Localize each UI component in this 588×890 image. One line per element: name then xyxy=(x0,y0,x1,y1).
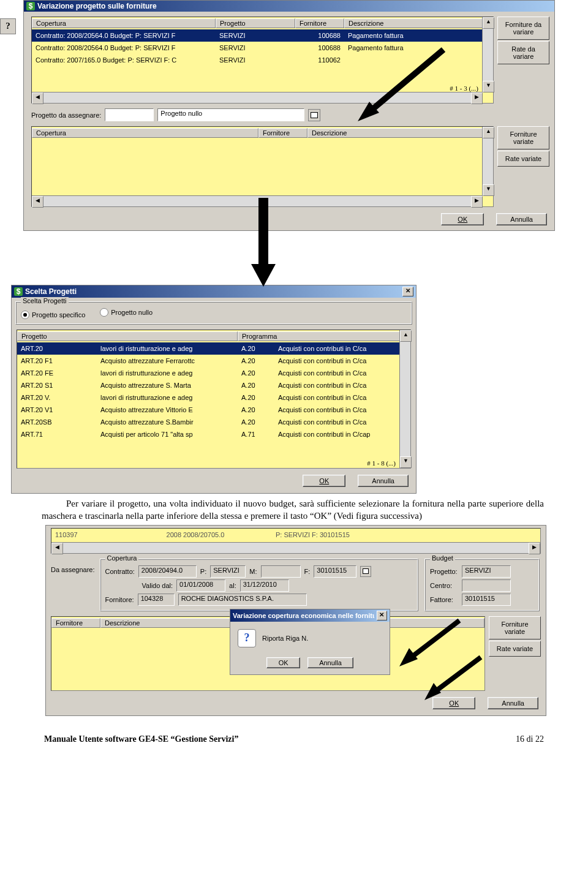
scelta-progetti-group: Scelta Progetti Progetto specifico Proge… xyxy=(15,301,412,325)
contratto-field: 2008/20494.0 xyxy=(138,565,197,578)
budget-fattore-field: 30101515 xyxy=(462,594,511,606)
ok-button[interactable]: OK xyxy=(432,697,475,709)
fornitore-name-field: ROCHE DIAGNOSTICS S.P.A. xyxy=(178,594,307,606)
dollar-icon: $ xyxy=(26,2,35,10)
ok-button[interactable]: OK xyxy=(303,475,345,487)
table-row[interactable]: ART.20 V1Acquisto attrezzature Vittorio … xyxy=(17,404,410,416)
window-title: Variazione copertura economica nelle for… xyxy=(233,612,374,619)
window-title: Scelta Progetti xyxy=(25,287,77,296)
budget-progetto-field: SERVIZI xyxy=(462,565,511,578)
dialog-variazione-copertura: 110397 2008 2008/20705.0 P: SERVIZI F: 3… xyxy=(45,525,546,716)
dialog-variazione-progetto: $ Variazione progetto sulle forniture Co… xyxy=(23,0,555,231)
titlebar: $ Variazione progetto sulle forniture xyxy=(24,1,554,12)
table-row[interactable]: ART.20 S1Acquisto attrezzature S. MartaA… xyxy=(17,379,410,391)
col-descrizione[interactable]: Descrizione xyxy=(344,18,493,28)
m-field xyxy=(261,565,301,578)
col-copertura[interactable]: Copertura xyxy=(32,18,216,28)
table-row[interactable]: ART.20 F1Acquisto attrezzature Ferrarott… xyxy=(17,355,410,367)
scrollbar-h[interactable]: ◀▶ xyxy=(32,92,483,103)
annulla-button[interactable]: Annulla xyxy=(358,475,409,487)
table-row[interactable]: ART.20lavori di ristrutturazione e adegA… xyxy=(17,342,410,355)
scrollbar-v[interactable]: ▲▼ xyxy=(482,17,493,92)
footer-title: Manuale Utente software GE4-SE “Gestione… xyxy=(44,734,238,744)
table-row[interactable]: ART.20 FElavori di ristrutturazione e ad… xyxy=(17,367,410,379)
arrow-down-annotation xyxy=(245,198,282,290)
forniture-variate-button[interactable]: Forniture variate xyxy=(497,126,549,149)
rate-variate-button[interactable]: Rate variate xyxy=(497,151,549,167)
al-field: 31/12/2010 xyxy=(240,579,289,592)
svg-marker-3 xyxy=(251,264,276,287)
rate-da-variare-button[interactable]: Rate da variare xyxy=(497,41,549,64)
annulla-button[interactable]: Annulla xyxy=(307,657,353,668)
budget-group: Budget Progetto:SERVIZI Centro: Fattore:… xyxy=(424,559,540,611)
table-row[interactable]: Contratto: 2007/165.0 Budget: P: SERVIZI… xyxy=(32,54,493,66)
table-row[interactable]: ART.20 V.lavori di ristrutturazione e ad… xyxy=(17,391,410,404)
budget-centro-field xyxy=(462,579,511,592)
titlebar: Variazione copertura economica nelle for… xyxy=(230,609,390,622)
radio-progetto-nullo[interactable]: Progetto nullo xyxy=(100,308,153,317)
progetto-code-input[interactable] xyxy=(105,108,154,121)
fornitore-code-field: 104328 xyxy=(138,594,175,606)
forniture-variate-table[interactable]: Copertura Fornitore Descrizione ▲▼ ◀▶ xyxy=(31,126,494,207)
body-text: Per variare il progetto, una volta indiv… xyxy=(42,497,544,522)
lookup-button[interactable] xyxy=(360,566,371,577)
window-title: Variazione progetto sulle forniture xyxy=(37,2,157,10)
table-row[interactable]: ART.20SBAcquisto attrezzature S.BambirA.… xyxy=(17,416,410,428)
footer-page: 16 di 22 xyxy=(516,734,544,744)
scrollbar-v[interactable]: ▲▼ xyxy=(399,330,410,468)
inner-dialog-riporta-riga: Variazione copertura economica nelle for… xyxy=(230,609,390,675)
dollar-icon: $ xyxy=(14,287,23,296)
rate-variate-button[interactable]: Rate variate xyxy=(489,641,541,657)
da-assegnare-label: Da assegnare: xyxy=(51,557,95,613)
titlebar: $ Scelta Progetti ✕ xyxy=(12,285,416,298)
table-row[interactable]: Contratto: 2008/20564.0 Budget: P: SERVI… xyxy=(32,29,493,42)
lookup-button[interactable] xyxy=(308,109,320,121)
message-text: Riporta Riga N. xyxy=(262,635,308,642)
p-field: SERVIZI xyxy=(210,565,246,578)
annulla-button[interactable]: Annulla xyxy=(488,697,538,709)
page-footer: Manuale Utente software GE4-SE “Gestione… xyxy=(44,734,544,744)
forniture-da-variare-button[interactable]: Forniture da variare xyxy=(497,17,549,40)
pager: # 1 - 3 (...) xyxy=(450,85,478,92)
close-button[interactable]: ✕ xyxy=(402,287,413,296)
svg-rect-2 xyxy=(258,198,268,265)
forniture-da-variare-table[interactable]: Copertura Progetto Fornitore Descrizione… xyxy=(31,17,494,104)
col-progetto[interactable]: Progetto xyxy=(216,18,295,28)
pager: # 1 - 8 (...) xyxy=(367,459,396,467)
col-fornitore[interactable]: Fornitore xyxy=(295,18,344,28)
forniture-variate-button[interactable]: Forniture variate xyxy=(489,616,541,639)
table-row[interactable]: ART.71Acquisti per articolo 71 "alta spA… xyxy=(17,428,410,440)
annulla-button[interactable]: Annulla xyxy=(496,213,547,225)
valido-dal-field: 01/01/2008 xyxy=(176,579,225,592)
dialog-scelta-progetti: $ Scelta Progetti ✕ Scelta Progetti Prog… xyxy=(11,285,417,494)
scrollbar-h[interactable]: ◀▶ xyxy=(51,542,540,553)
ok-button[interactable]: OK xyxy=(441,213,484,225)
radio-progetto-specifico[interactable]: Progetto specifico xyxy=(21,311,85,319)
ok-button[interactable]: OK xyxy=(266,657,300,668)
close-button[interactable]: ✕ xyxy=(377,611,387,620)
top-table[interactable]: 110397 2008 2008/20705.0 P: SERVIZI F: 3… xyxy=(51,528,541,554)
progetto-da-assegnare-label: Progetto da assegnare: xyxy=(31,111,101,119)
copertura-group: Copertura Contratto: 2008/20494.0 P: SER… xyxy=(100,559,418,611)
f-field: 30101515 xyxy=(314,565,356,578)
progetto-name-input[interactable]: Progetto nullo xyxy=(157,108,304,121)
scrollbar-v[interactable]: ▲▼ xyxy=(482,127,493,196)
question-icon: ? xyxy=(238,629,256,647)
progetti-table[interactable]: Progetto Programma ART.20lavori di ristr… xyxy=(17,330,411,469)
table-row[interactable]: Contratto: 2008/20564.0 Budget: P: SERVI… xyxy=(32,42,493,54)
